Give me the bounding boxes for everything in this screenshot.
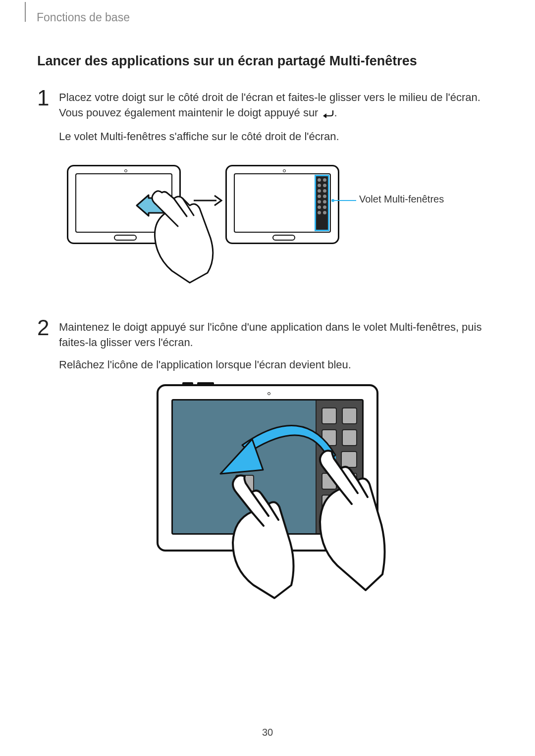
step-number: 1 [37, 90, 59, 106]
step-body: Placez votre doigt sur le côté droit de … [59, 90, 498, 151]
header-rule [25, 2, 26, 22]
camera-dot [268, 392, 270, 395]
figure-wrapper [157, 384, 378, 612]
svg-point-2 [331, 199, 334, 202]
step-body: Maintenez le doigt appuyé sur l'icône d'… [59, 319, 498, 379]
section-title: Lancer des applications sur un écran par… [37, 53, 498, 69]
tablet-after [225, 165, 339, 244]
text-fragment: Placez votre doigt sur le côté droit de … [59, 91, 481, 119]
page-number: 30 [0, 727, 535, 738]
step-1: 1 Placez votre doigt sur le côté droit d… [37, 90, 498, 151]
step-number: 2 [37, 319, 59, 336]
step-text: Relâchez l'icône de l'application lorsqu… [59, 357, 498, 372]
callout-label: Volet Multi-fenêtres [359, 194, 444, 205]
callout-leader [331, 199, 356, 202]
panel-icons [317, 178, 327, 214]
app-tile-icon [342, 429, 357, 446]
return-icon [321, 106, 334, 122]
text-fragment: . [334, 106, 337, 119]
hand-left-icon [216, 472, 295, 601]
step-2: 2 Maintenez le doigt appuyé sur l'icône … [37, 319, 498, 379]
top-button-icon [182, 382, 193, 386]
top-button-icon [197, 382, 214, 386]
camera-dot [283, 169, 286, 172]
content: Lancer des applications sur un écran par… [37, 0, 498, 612]
step-text: Le volet Multi-fenêtres s'affiche sur le… [59, 129, 498, 144]
home-button-icon [114, 235, 137, 241]
header-text: Fonctions de base [37, 11, 130, 24]
tablet-screen [234, 173, 331, 233]
app-tile-icon [342, 407, 357, 424]
multiwindow-panel [315, 175, 329, 231]
camera-dot [124, 169, 127, 172]
step-text: Placez votre doigt sur le côté droit de … [59, 90, 498, 122]
page: Fonctions de base Lancer des application… [0, 0, 535, 756]
home-button-icon [272, 235, 295, 241]
running-header: Fonctions de base [25, 11, 130, 24]
transition-arrow-icon [193, 194, 222, 207]
hand-right-icon [302, 448, 386, 596]
figure-swipe: Volet Multi-fenêtres [37, 161, 498, 290]
step-text: Maintenez le doigt appuyé sur l'icône d'… [59, 319, 498, 350]
figure-drag [37, 384, 498, 612]
